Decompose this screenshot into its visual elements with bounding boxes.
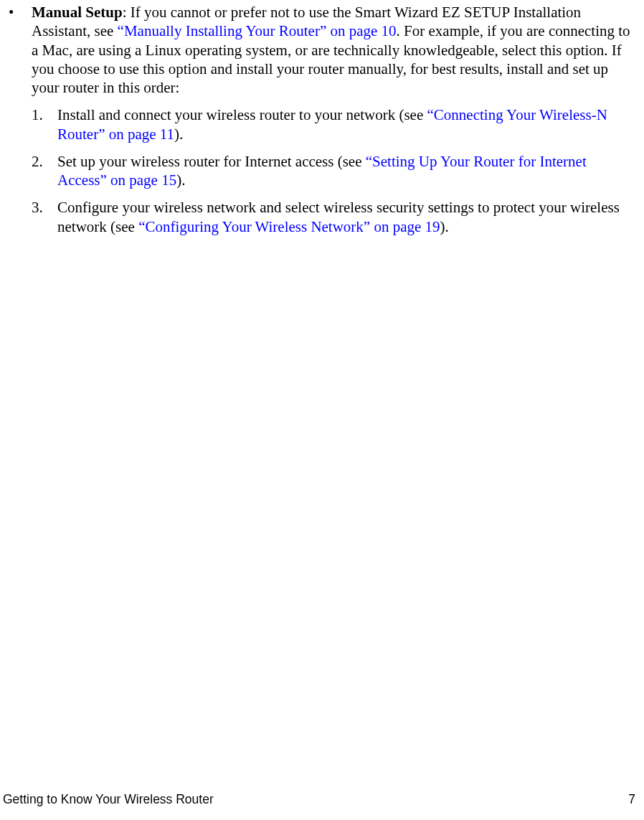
step-3-number: 3. [32,198,57,236]
page: • Manual Setup: If you cannot or prefer … [0,0,644,820]
step-1-body: Install and connect your wireless router… [57,105,637,143]
bullet-marker: • [7,3,32,236]
footer-section-title: Getting to Know Your Wireless Router [3,792,214,807]
step-2-before: Set up your wireless router for Internet… [57,153,366,170]
ordered-steps: 1. Install and connect your wireless rou… [32,105,637,236]
step-1: 1. Install and connect your wireless rou… [32,105,637,143]
body-content: • Manual Setup: If you cannot or prefer … [7,3,637,236]
step-1-number: 1. [32,105,57,143]
step-1-after: ). [174,126,183,143]
footer-page-number: 7 [628,792,635,807]
step-2-number: 2. [32,152,57,190]
manual-setup-bullet: • Manual Setup: If you cannot or prefer … [7,3,637,236]
step-3-body: Configure your wireless network and sele… [57,198,637,236]
step-2-body: Set up your wireless router for Internet… [57,152,637,190]
step-3-after: ). [440,218,449,235]
step-1-before: Install and connect your wireless router… [57,106,427,123]
step-2-after: ). [176,171,185,189]
link-configuring-wireless[interactable]: “Configuring Your Wireless Network” on p… [138,218,440,235]
page-footer: Getting to Know Your Wireless Router 7 [0,792,644,807]
step-3: 3. Configure your wireless network and s… [32,198,637,236]
manual-setup-heading: Manual Setup [32,4,123,21]
step-2: 2. Set up your wireless router for Inter… [32,152,637,190]
link-manual-install[interactable]: “Manually Installing Your Router” on pag… [118,22,397,39]
bullet-body: Manual Setup: If you cannot or prefer no… [32,3,637,236]
